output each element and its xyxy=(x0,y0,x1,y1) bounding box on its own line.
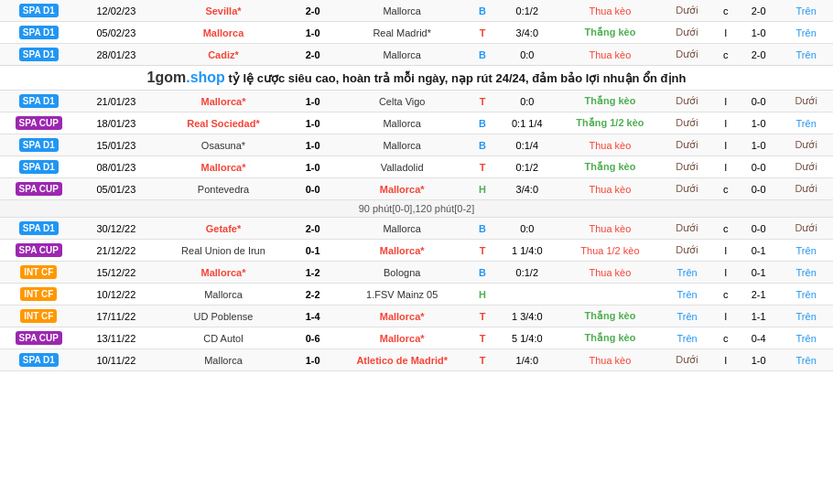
bet-result: Thua kèo xyxy=(560,262,661,284)
home-away-indicator: T xyxy=(471,327,494,349)
home-team: Real Union de Irun xyxy=(155,240,292,262)
bet-result: Thua kèo xyxy=(560,44,661,66)
table-row: INT CF 17/11/22 UD Poblense 1-4 Mallorca… xyxy=(0,306,833,327)
table-row: SPA CUP 18/01/23 Real Sociedad* 1-0 Mall… xyxy=(0,113,833,134)
league-badge: INT CF xyxy=(0,284,78,306)
match-score: 0-1 xyxy=(292,240,334,262)
odds-value: 0:1 1/4 xyxy=(494,113,560,134)
league-badge: SPA D1 xyxy=(0,22,78,44)
home-team: Mallorca xyxy=(155,284,292,306)
over-under-result: Dưới xyxy=(660,178,714,200)
home-away-indicator: T xyxy=(471,91,494,113)
home-team: Mallorca* xyxy=(155,91,292,113)
home-team: Mallorca xyxy=(155,349,292,371)
over-under-result: Dưới xyxy=(660,0,714,22)
home-team: Osasuna* xyxy=(155,134,292,156)
league-badge: SPA CUP xyxy=(0,178,78,200)
league-badge: INT CF xyxy=(0,262,78,284)
away-team: Mallorca xyxy=(333,0,471,22)
league-label: SPA D1 xyxy=(19,4,59,17)
main-container: SPA D1 12/02/23 Sevilla* 2-0 Mallorca B … xyxy=(0,0,833,371)
table-row: SPA D1 05/02/23 Mallorca 1-0 Real Madrid… xyxy=(0,22,833,44)
half-score: 0-1 xyxy=(738,262,780,284)
over-under-half: Trên xyxy=(779,0,833,22)
league-badge: SPA D1 xyxy=(0,134,78,156)
league-badge: SPA D1 xyxy=(0,0,78,22)
over-under-result: Dưới xyxy=(660,134,714,156)
away-team: Mallorca* xyxy=(333,178,471,200)
over-under-half: Dưới xyxy=(779,178,833,200)
league-badge: INT CF xyxy=(0,306,78,327)
match-date: 10/11/22 xyxy=(78,349,156,371)
over-under-half: Trên xyxy=(779,44,833,66)
over-under-result: Trên xyxy=(660,306,714,327)
table-row: SPA D1 15/01/23 Osasuna* 1-0 Mallorca B … xyxy=(0,134,833,156)
half-score: 0-0 xyxy=(738,156,780,178)
table-row: SPA CUP 13/11/22 CD Autol 0-6 Mallorca* … xyxy=(0,327,833,349)
over-under-half: Trên xyxy=(779,113,833,134)
bet-result: Thắng kèo xyxy=(560,156,661,178)
half-score: 1-0 xyxy=(738,22,780,44)
match-date: 21/12/22 xyxy=(78,240,156,262)
half-score: 0-0 xyxy=(738,178,780,200)
corner-indicator: I xyxy=(714,306,738,327)
league-label: SPA CUP xyxy=(16,116,62,130)
match-date: 08/01/23 xyxy=(78,156,156,178)
home-away-indicator: B xyxy=(471,218,494,240)
league-badge: SPA D1 xyxy=(0,91,78,113)
half-score: 1-0 xyxy=(738,113,780,134)
over-under-result: Trên xyxy=(660,327,714,349)
match-score: 1-0 xyxy=(292,113,334,134)
match-score: 2-0 xyxy=(292,44,334,66)
odds-value: 0:1/2 xyxy=(494,156,560,178)
bet-result: Thắng kèo xyxy=(560,91,661,113)
over-under-result: Dưới xyxy=(660,218,714,240)
match-date: 12/02/23 xyxy=(78,0,156,22)
league-label: SPA D1 xyxy=(19,138,59,152)
corner-indicator: c xyxy=(714,327,738,349)
match-score: 1-0 xyxy=(292,156,334,178)
odds-value: 0:1/2 xyxy=(494,0,560,22)
bet-result: Thắng kèo xyxy=(560,22,661,44)
match-date: 15/01/23 xyxy=(78,134,156,156)
table-row: SPA CUP 21/12/22 Real Union de Irun 0-1 … xyxy=(0,240,833,262)
home-team: Sevilla* xyxy=(155,0,292,22)
over-under-half: Trên xyxy=(779,240,833,262)
home-team: Cadiz* xyxy=(155,44,292,66)
match-score: 0-6 xyxy=(292,327,334,349)
corner-indicator: I xyxy=(714,134,738,156)
bet-result: Thua 1/2 kèo xyxy=(560,240,661,262)
corner-indicator: I xyxy=(714,240,738,262)
match-date: 21/01/23 xyxy=(78,91,156,113)
league-badge: SPA CUP xyxy=(0,240,78,262)
away-team: Real Madrid* xyxy=(333,22,471,44)
away-team: Mallorca* xyxy=(333,306,471,327)
half-score: 1-0 xyxy=(738,349,780,371)
league-label: SPA D1 xyxy=(19,221,59,235)
match-score: 2-0 xyxy=(292,0,334,22)
match-score: 1-4 xyxy=(292,306,334,327)
over-under-half: Trên xyxy=(779,327,833,349)
corner-indicator: c xyxy=(714,284,738,306)
home-team: Mallorca* xyxy=(155,262,292,284)
bet-result: Thua kèo xyxy=(560,349,661,371)
half-score: 0-4 xyxy=(738,327,780,349)
league-badge: SPA D1 xyxy=(0,44,78,66)
half-score: 2-0 xyxy=(738,44,780,66)
matches-table: SPA D1 12/02/23 Sevilla* 2-0 Mallorca B … xyxy=(0,0,833,371)
match-score: 2-0 xyxy=(292,218,334,240)
league-label: SPA CUP xyxy=(16,243,62,257)
away-team: Bologna xyxy=(333,262,471,284)
league-label: SPA D1 xyxy=(19,353,59,367)
league-label: SPA D1 xyxy=(19,26,59,39)
odds-value: 1 1/4:0 xyxy=(494,240,560,262)
half-score: 0-1 xyxy=(738,240,780,262)
table-row: SPA CUP 05/01/23 Pontevedra 0-0 Mallorca… xyxy=(0,178,833,200)
over-under-half: Dưới xyxy=(779,156,833,178)
league-label: SPA CUP xyxy=(16,331,62,345)
table-row: SPA D1 21/01/23 Mallorca* 1-0 Celta Vigo… xyxy=(0,91,833,113)
half-score: 2-1 xyxy=(738,284,780,306)
table-row: SPA D1 10/11/22 Mallorca 1-0 Atletico de… xyxy=(0,349,833,371)
corner-indicator: I xyxy=(714,349,738,371)
home-away-indicator: H xyxy=(471,284,494,306)
